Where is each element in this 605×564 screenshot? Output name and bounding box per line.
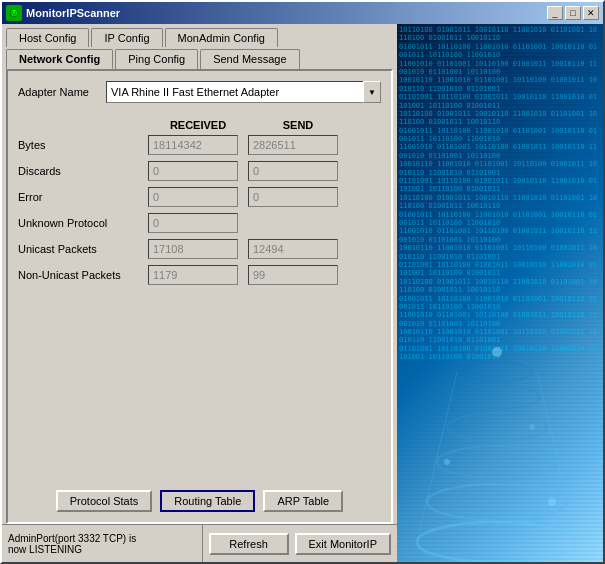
- bytes-received-input: [148, 135, 238, 155]
- title-bar-left: M MonitorIPScanner: [6, 5, 120, 21]
- tab-row-1: Host Config IP Config MonAdmin Config: [6, 28, 393, 47]
- tab-network-config[interactable]: Network Config: [6, 49, 113, 69]
- unicast-received-input: [148, 239, 238, 259]
- tab-row-2: Network Config Ping Config Send Message: [6, 49, 393, 69]
- network-config-panel: Adapter Name VIA Rhine II Fast Ethernet …: [6, 69, 393, 524]
- error-send-input: [248, 187, 338, 207]
- window-title: MonitorIPScanner: [26, 7, 120, 19]
- adapter-select-wrapper: VIA Rhine II Fast Ethernet Adapter ▼: [106, 81, 381, 103]
- stats-row-unicast: Unicast Packets: [18, 239, 381, 259]
- adapter-row: Adapter Name VIA Rhine II Fast Ethernet …: [18, 81, 381, 103]
- discards-received-input: [148, 161, 238, 181]
- adapter-label: Adapter Name: [18, 86, 98, 98]
- discards-send-input: [248, 161, 338, 181]
- received-header: RECEIVED: [148, 119, 248, 131]
- background-image-panel: 10110100 01001011 10010110 11001010 0110…: [397, 24, 603, 562]
- close-button[interactable]: ✕: [583, 6, 599, 20]
- svg-text:M: M: [11, 10, 17, 17]
- svg-point-6: [455, 385, 539, 409]
- stats-row-unknown-protocol: Unknown Protocol: [18, 213, 381, 233]
- title-bar: M MonitorIPScanner _ □ ✕: [2, 2, 603, 24]
- svg-point-12: [548, 498, 556, 506]
- main-content: Host Config IP Config MonAdmin Config Ne…: [2, 24, 603, 562]
- left-panel: Host Config IP Config MonAdmin Config Ne…: [2, 24, 397, 562]
- minimize-button[interactable]: _: [547, 6, 563, 20]
- svg-point-10: [492, 347, 502, 357]
- refresh-button[interactable]: Refresh: [209, 533, 289, 555]
- title-buttons: _ □ ✕: [547, 6, 599, 20]
- svg-point-13: [529, 424, 535, 430]
- adapter-select[interactable]: VIA Rhine II Fast Ethernet Adapter: [106, 81, 381, 103]
- status-line1: AdminPort(port 3332 TCP) is now LISTENIN…: [8, 533, 136, 555]
- svg-point-3: [427, 484, 567, 520]
- unicast-send-input: [248, 239, 338, 259]
- non-unicast-label: Non-Unicast Packets: [18, 269, 148, 281]
- helix-decoration: [397, 262, 603, 562]
- protocol-stats-button[interactable]: Protocol Stats: [56, 490, 152, 512]
- non-unicast-send-input: [248, 265, 338, 285]
- maximize-button[interactable]: □: [565, 6, 581, 20]
- bytes-send-input: [248, 135, 338, 155]
- stats-headers: RECEIVED SEND: [148, 119, 381, 131]
- unicast-label: Unicast Packets: [18, 243, 148, 255]
- unknown-protocol-label: Unknown Protocol: [18, 217, 148, 229]
- discards-label: Discards: [18, 165, 148, 177]
- arp-table-button[interactable]: ARP Table: [263, 490, 343, 512]
- exit-button[interactable]: Exit MonitorIP: [295, 533, 391, 555]
- status-bar: AdminPort(port 3332 TCP) is now LISTENIN…: [2, 524, 397, 562]
- stats-row-discards: Discards: [18, 161, 381, 181]
- tabs-container: Host Config IP Config MonAdmin Config Ne…: [2, 24, 397, 69]
- send-header: SEND: [248, 119, 348, 131]
- stats-row-non-unicast: Non-Unicast Packets: [18, 265, 381, 285]
- svg-point-11: [444, 459, 450, 465]
- unknown-protocol-received-input: [148, 213, 238, 233]
- action-buttons: Protocol Stats Routing Table ARP Table: [18, 478, 381, 512]
- stats-row-bytes: Bytes: [18, 135, 381, 155]
- svg-point-2: [417, 522, 577, 562]
- tab-host-config[interactable]: Host Config: [6, 28, 89, 47]
- tab-ping-config[interactable]: Ping Config: [115, 49, 198, 69]
- tab-ip-config[interactable]: IP Config: [91, 28, 162, 47]
- svg-point-7: [462, 362, 532, 382]
- svg-point-4: [437, 446, 557, 478]
- app-icon: M: [6, 5, 22, 21]
- error-received-input: [148, 187, 238, 207]
- non-unicast-received-input: [148, 265, 238, 285]
- status-text: AdminPort(port 3332 TCP) is now LISTENIN…: [2, 525, 203, 562]
- tab-monadmin-config[interactable]: MonAdmin Config: [165, 28, 278, 47]
- status-buttons: Refresh Exit MonitorIP: [203, 525, 397, 562]
- error-label: Error: [18, 191, 148, 203]
- bytes-label: Bytes: [18, 139, 148, 151]
- tab-send-message[interactable]: Send Message: [200, 49, 299, 69]
- stats-row-error: Error: [18, 187, 381, 207]
- dropdown-arrow-icon[interactable]: ▼: [363, 81, 381, 103]
- main-window: M MonitorIPScanner _ □ ✕ Host Config IP …: [0, 0, 605, 564]
- routing-table-button[interactable]: Routing Table: [160, 490, 255, 512]
